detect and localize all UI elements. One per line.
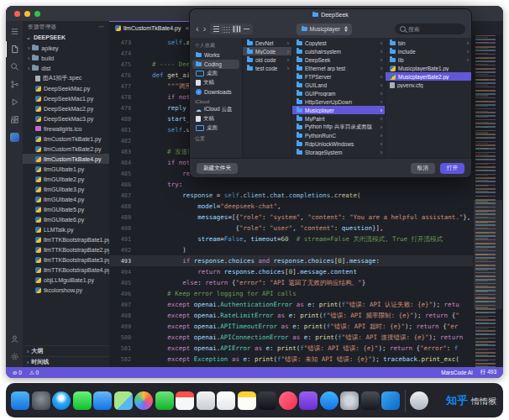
explorer-file[interactable]: llmTTKBootstrapBate4.py bbox=[23, 265, 109, 275]
explorer-file[interactable]: DeepSeekMac3.py bbox=[23, 113, 109, 123]
file-column-item[interactable]: test code› bbox=[243, 64, 291, 72]
column-view-icon[interactable] bbox=[232, 25, 241, 33]
dock-trash-icon[interactable] bbox=[410, 391, 428, 410]
file-column-item[interactable]: Copytest› bbox=[292, 39, 385, 47]
dock-calendar-icon[interactable] bbox=[176, 391, 194, 410]
code-line[interactable]: 491 stream=False, timeout=60 # stream=Fa… bbox=[109, 234, 473, 244]
cancel-button[interactable]: 取消 bbox=[411, 163, 435, 174]
view-mode-control[interactable] bbox=[210, 24, 253, 34]
dialog-sidebar-item[interactable]: Works bbox=[192, 50, 239, 60]
explorer-file[interactable]: DeepSeekMac2.py bbox=[23, 103, 109, 113]
explorer-file[interactable]: llmGUIbate6.py bbox=[23, 214, 109, 224]
explorer-file[interactable]: llmCustomTkBate2.py bbox=[23, 144, 109, 154]
explorer-file[interactable]: 图A1招手.spec bbox=[23, 73, 109, 83]
dock-notes-icon[interactable] bbox=[238, 391, 256, 410]
code-line[interactable]: 488 model="deepseek-chat", bbox=[109, 201, 473, 212]
explorer-file[interactable]: DeepSeekMac.py bbox=[23, 83, 109, 93]
file-column-item[interactable]: old code› bbox=[243, 55, 291, 64]
minimap[interactable] bbox=[474, 35, 502, 367]
file-column-item[interactable]: pyvenv.cfg bbox=[386, 81, 471, 89]
file-column-item[interactable]: MyPaint› bbox=[292, 114, 385, 123]
file-column-item[interactable]: HttpServerUpDown› bbox=[292, 97, 385, 106]
dock-vscode-icon[interactable] bbox=[381, 391, 400, 410]
explorer-file[interactable]: llmGUIbate5.py bbox=[23, 204, 109, 214]
dock-reminders-icon[interactable] bbox=[217, 391, 235, 410]
explorer-file[interactable]: tkcolorshow.py bbox=[23, 285, 109, 295]
dialog-sidebar-item[interactable]: Coding bbox=[192, 60, 239, 69]
dock-app-store-icon[interactable] bbox=[320, 391, 338, 410]
run-debug-icon[interactable] bbox=[6, 94, 23, 110]
dock-podcasts-icon[interactable] bbox=[299, 391, 317, 410]
status-item[interactable]: ⊘ 0 bbox=[13, 370, 22, 376]
dock-terminal-icon[interactable] bbox=[361, 391, 380, 410]
marscode-icon[interactable] bbox=[6, 129, 23, 145]
file-column-item[interactable]: MusicplayerBate2.py bbox=[386, 72, 471, 81]
file-column-item[interactable]: cuishairsystem› bbox=[292, 47, 385, 55]
code-line[interactable]: 487 response = self.client.chat.completi… bbox=[109, 190, 473, 201]
dock-maps-icon[interactable] bbox=[114, 391, 133, 410]
explorer-icon[interactable] bbox=[6, 41, 24, 57]
explorer-file[interactable]: llmGUIbate2.py bbox=[23, 174, 109, 184]
explorer-file[interactable]: ›build bbox=[23, 53, 109, 63]
list-view-icon[interactable] bbox=[212, 25, 221, 33]
dialog-sidebar-item[interactable]: iCloud 云盘 bbox=[192, 105, 239, 114]
file-column-item[interactable]: lib› bbox=[386, 55, 471, 64]
explorer-file[interactable]: llmTTKBootstrapBate3.py bbox=[23, 255, 109, 265]
explorer-file[interactable]: llmGUIbate1.py bbox=[23, 164, 109, 174]
code-line[interactable]: 490 {"role": "user", "content": question… bbox=[109, 223, 473, 234]
code-line[interactable]: 497 except openai.AuthenticationError as… bbox=[109, 299, 473, 310]
file-column-item[interactable]: PythonRunC› bbox=[292, 131, 385, 139]
dock-launchpad-icon[interactable] bbox=[32, 391, 50, 410]
code-line[interactable]: 501 except openai.APIError as e: print(f… bbox=[109, 343, 473, 354]
file-column-item[interactable]: GUILand› bbox=[292, 81, 385, 89]
file-column-item[interactable]: Musicplayer› bbox=[292, 106, 385, 114]
search-icon[interactable] bbox=[6, 59, 23, 75]
file-column-item[interactable]: FTPServer› bbox=[292, 72, 385, 81]
close-window-button[interactable] bbox=[14, 11, 20, 17]
file-column-item[interactable]: MusicplayerBate1.py bbox=[386, 64, 471, 72]
file-column-item[interactable]: GUIProgram› bbox=[292, 89, 385, 97]
code-line[interactable]: 499 except openai.APITimeoutError as e: … bbox=[109, 321, 473, 332]
location-dropdown[interactable]: Musicplayer bbox=[296, 24, 352, 35]
explorer-file[interactable]: firewallgirls.ico bbox=[23, 123, 109, 134]
code-line[interactable]: 502 except Exception as e: print(f"错误: 未… bbox=[109, 354, 473, 365]
code-line[interactable]: 493 if response.choices and response.cho… bbox=[109, 255, 473, 266]
explorer-file[interactable]: ›dist bbox=[23, 63, 109, 73]
source-control-icon[interactable] bbox=[6, 76, 23, 92]
code-line[interactable]: 495 else: return {"error": "API 返回了无效的响应… bbox=[109, 277, 473, 288]
gallery-view-icon[interactable] bbox=[242, 25, 251, 33]
file-column-item[interactable]: RdpUnlockWindows› bbox=[292, 139, 385, 148]
dock-photos-icon[interactable] bbox=[134, 391, 153, 410]
file-column-item[interactable]: StorageSystem› bbox=[292, 148, 385, 156]
menu-icon[interactable] bbox=[6, 24, 23, 39]
minimize-window-button[interactable] bbox=[24, 11, 30, 17]
dialog-sidebar-item[interactable]: 文稿 bbox=[192, 78, 239, 87]
dock-tv-icon[interactable] bbox=[258, 391, 276, 410]
dialog-sidebar-item[interactable]: 桌面 bbox=[192, 123, 239, 133]
explorer-file[interactable]: llmCustomTkBate4.py bbox=[23, 154, 109, 164]
explorer-root-folder[interactable]: ⌄ DEEPSEEK bbox=[23, 33, 109, 43]
status-item[interactable]: MarsCode AI bbox=[441, 370, 473, 375]
explorer-actions-icon[interactable]: ⋯ bbox=[98, 24, 104, 31]
file-column-item[interactable]: Python http 共享目录桌面版› bbox=[292, 123, 385, 131]
account-icon[interactable] bbox=[6, 331, 23, 347]
file-column-item[interactable]: DevNet› bbox=[243, 39, 291, 47]
file-column-item[interactable]: include› bbox=[386, 47, 471, 55]
code-line[interactable]: 492 ) bbox=[109, 244, 473, 255]
dock-facetime-icon[interactable] bbox=[155, 391, 174, 410]
explorer-file[interactable]: ›apikey bbox=[23, 43, 109, 53]
explorer-file[interactable]: objLLMguiBate1.py bbox=[23, 275, 109, 285]
file-column-item[interactable]: bin› bbox=[386, 39, 471, 47]
file-column-item[interactable]: MyCode› bbox=[243, 47, 291, 55]
code-line[interactable]: 486 try: bbox=[109, 179, 473, 190]
explorer-file[interactable]: llmCustomTkBate1.py bbox=[23, 134, 109, 144]
dock-system-settings-icon[interactable] bbox=[340, 391, 359, 410]
zoom-window-button[interactable] bbox=[34, 11, 40, 17]
code-line[interactable]: 489 messages=[{"role": "system", "conten… bbox=[109, 212, 473, 223]
forward-button[interactable]: › bbox=[203, 24, 207, 34]
outline-section[interactable]: › 大纲 bbox=[23, 345, 109, 356]
explorer-file[interactable]: LLMTalk.py bbox=[23, 224, 109, 234]
dock-music-icon[interactable] bbox=[279, 391, 297, 410]
code-line[interactable]: 494 return response.choices[0].message.c… bbox=[109, 266, 473, 277]
search-input[interactable]: 搜索 bbox=[395, 24, 465, 34]
